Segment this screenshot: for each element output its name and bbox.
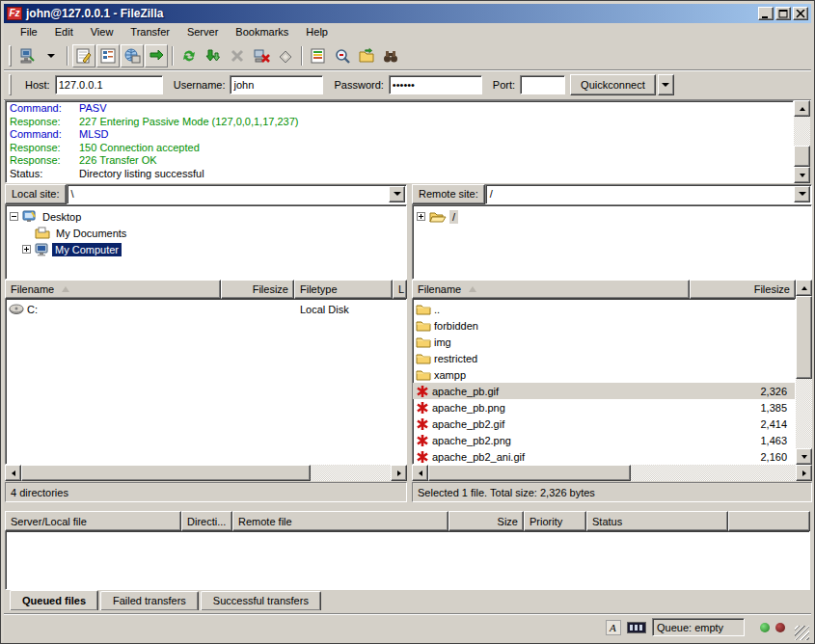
- quickconnect-grip[interactable]: [9, 74, 12, 95]
- column-size[interactable]: Size: [448, 511, 524, 531]
- scrollbar-thumb[interactable]: [796, 296, 812, 379]
- toggle-queue-button[interactable]: [145, 44, 168, 67]
- scrollbar-track[interactable]: [796, 379, 812, 448]
- tab-successful-transfers[interactable]: Successful transfers: [201, 591, 321, 610]
- expand-icon[interactable]: [22, 245, 31, 254]
- remote-horizontal-scrollbar[interactable]: [412, 465, 812, 481]
- column-filesize[interactable]: Filesize: [690, 280, 796, 299]
- maximize-button[interactable]: [775, 7, 791, 20]
- column-filename[interactable]: Filename: [412, 280, 690, 299]
- host-input[interactable]: [55, 75, 163, 94]
- folder-row[interactable]: forbidden: [413, 317, 795, 334]
- remote-list-body[interactable]: .. forbidden img restricted: [412, 299, 796, 465]
- folder-row[interactable]: xampp: [413, 366, 795, 383]
- process-queue-button[interactable]: [202, 44, 225, 67]
- expand-icon[interactable]: [417, 212, 425, 221]
- scroll-left-button[interactable]: [5, 465, 21, 481]
- collapse-icon[interactable]: [10, 212, 18, 221]
- remote-directory-tree[interactable]: /: [412, 204, 812, 280]
- tree-item-desktop[interactable]: Desktop: [10, 208, 406, 225]
- local-site-dropdown[interactable]: [389, 186, 405, 202]
- column-last-modified[interactable]: L: [393, 280, 407, 299]
- sync-browsing-button[interactable]: [355, 44, 378, 67]
- menu-server[interactable]: Server: [178, 24, 227, 40]
- message-log-area[interactable]: Command:PASV Response:227 Entering Passi…: [5, 100, 794, 183]
- file-row-c-drive[interactable]: C: Local Disk: [6, 301, 406, 317]
- column-status[interactable]: Status: [586, 511, 728, 531]
- find-button[interactable]: [379, 44, 402, 67]
- menu-view[interactable]: View: [82, 24, 122, 40]
- local-directory-tree[interactable]: Desktop My Documents My Computer: [5, 204, 407, 280]
- tree-label[interactable]: /: [449, 210, 458, 224]
- title-bar[interactable]: Fz john@127.0.0.1 - FileZilla: [4, 4, 811, 23]
- menu-bookmarks[interactable]: Bookmarks: [227, 24, 297, 40]
- disconnect-button[interactable]: [250, 44, 273, 67]
- tree-label[interactable]: Desktop: [40, 210, 84, 224]
- folder-row[interactable]: img: [413, 334, 795, 350]
- scroll-left-button[interactable]: [412, 465, 428, 481]
- scrollbar-thumb[interactable]: [21, 465, 311, 481]
- speed-limit-icon[interactable]: [627, 622, 646, 633]
- scrollbar-track[interactable]: [794, 117, 810, 146]
- refresh-button[interactable]: [177, 44, 201, 67]
- quickconnect-dropdown[interactable]: [658, 74, 674, 95]
- scrollbar-thumb[interactable]: [428, 465, 631, 481]
- port-input[interactable]: [520, 75, 565, 94]
- scrollbar-track[interactable]: [631, 465, 796, 481]
- local-site-combobox[interactable]: \: [67, 184, 407, 204]
- file-row[interactable]: apache_pb2.gif 2,414: [413, 416, 795, 432]
- column-filetype[interactable]: Filetype: [294, 280, 393, 299]
- column-priority[interactable]: Priority: [524, 511, 586, 531]
- scroll-right-button[interactable]: [391, 465, 407, 481]
- scroll-right-button[interactable]: [796, 465, 812, 481]
- site-manager-dropdown[interactable]: [40, 44, 63, 67]
- scroll-up-button[interactable]: [794, 100, 810, 117]
- local-list-body[interactable]: C: Local Disk: [5, 299, 407, 465]
- horizontal-splitter[interactable]: [4, 503, 811, 511]
- tab-failed-transfers[interactable]: Failed transfers: [100, 591, 199, 610]
- tree-item-my-computer[interactable]: My Computer: [10, 241, 406, 257]
- tree-label[interactable]: My Computer: [52, 243, 122, 256]
- column-filesize[interactable]: Filesize: [221, 280, 294, 299]
- minimize-button[interactable]: [758, 7, 774, 20]
- close-button[interactable]: [793, 7, 808, 20]
- toggle-local-tree-button[interactable]: [96, 44, 120, 67]
- tree-label[interactable]: My Documents: [53, 227, 129, 240]
- scroll-up-button[interactable]: [796, 280, 812, 296]
- column-direction[interactable]: Directi...: [181, 511, 232, 531]
- file-row[interactable]: apache_pb.gif 2,326: [413, 383, 795, 399]
- local-horizontal-scrollbar[interactable]: [5, 465, 407, 481]
- tree-item-root[interactable]: /: [417, 208, 811, 225]
- remote-site-combobox[interactable]: /: [485, 184, 812, 204]
- menu-help[interactable]: Help: [297, 24, 337, 40]
- folder-row[interactable]: restricted: [413, 350, 795, 366]
- folder-row[interactable]: ..: [413, 301, 795, 317]
- toolbar-grip[interactable]: [9, 45, 12, 67]
- menu-edit[interactable]: Edit: [46, 24, 82, 40]
- column-filename[interactable]: Filename: [5, 280, 221, 299]
- remote-site-dropdown[interactable]: [794, 186, 810, 202]
- menu-transfer[interactable]: Transfer: [122, 24, 178, 40]
- toggle-remote-tree-button[interactable]: [121, 44, 144, 67]
- column-remote-file[interactable]: Remote file: [232, 511, 448, 531]
- reconnect-button[interactable]: [274, 44, 297, 67]
- site-manager-button[interactable]: [15, 44, 39, 67]
- scroll-down-button[interactable]: [796, 448, 812, 465]
- scrollbar-track[interactable]: [311, 465, 391, 481]
- username-input[interactable]: [230, 75, 323, 94]
- tab-queued-files[interactable]: Queued files: [10, 590, 98, 610]
- log-scrollbar[interactable]: [794, 100, 810, 183]
- file-row[interactable]: apache_pb2_ani.gif 2,160: [413, 448, 795, 465]
- compare-button[interactable]: [331, 44, 354, 67]
- menu-file[interactable]: File: [12, 24, 46, 40]
- file-row[interactable]: apache_pb2.png 1,463: [413, 432, 795, 448]
- remote-vertical-scrollbar[interactable]: [796, 280, 812, 465]
- password-input[interactable]: [389, 75, 482, 94]
- queue-body[interactable]: [5, 531, 810, 590]
- scrollbar-thumb[interactable]: [794, 146, 810, 167]
- resize-grip[interactable]: [795, 626, 809, 640]
- quickconnect-button[interactable]: Quickconnect: [570, 74, 656, 95]
- transfer-type-icon[interactable]: A: [606, 620, 621, 635]
- toggle-log-button[interactable]: [72, 44, 95, 67]
- scroll-down-button[interactable]: [794, 167, 810, 183]
